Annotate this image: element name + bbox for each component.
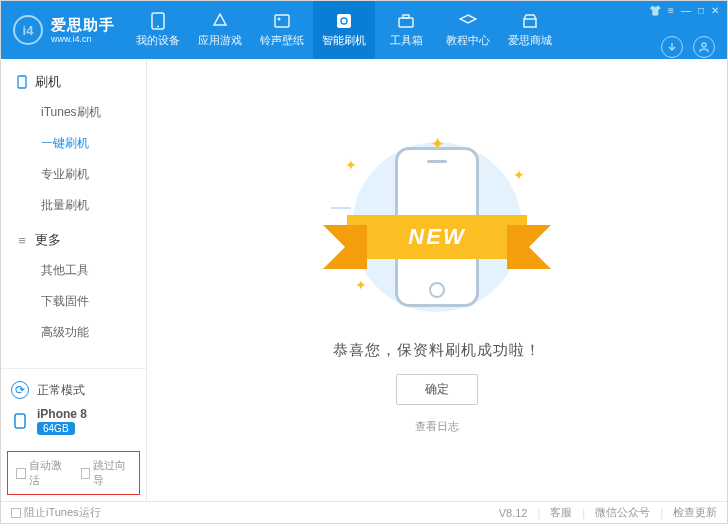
version-label: V8.12 bbox=[499, 507, 528, 519]
menu-icon[interactable]: ≡ bbox=[668, 5, 674, 16]
sidebar-section-flash[interactable]: 刷机 bbox=[1, 67, 146, 97]
more-icon: ≡ bbox=[15, 233, 29, 248]
star-icon: ✦ bbox=[345, 157, 357, 173]
skip-wizard-checkbox[interactable]: 跳过向导 bbox=[81, 458, 132, 488]
svg-rect-5 bbox=[399, 18, 413, 27]
storage-badge: 64GB bbox=[37, 422, 75, 435]
refresh-icon bbox=[335, 12, 353, 30]
phone-small-icon bbox=[11, 412, 29, 430]
device-name: iPhone 8 bbox=[37, 407, 87, 421]
phone-icon bbox=[15, 75, 29, 89]
sidebar: 刷机 iTunes刷机 一键刷机 专业刷机 批量刷机 ≡ 更多 其他工具 下载固… bbox=[1, 59, 147, 501]
nav-flash[interactable]: 智能刷机 bbox=[313, 1, 375, 59]
svg-rect-9 bbox=[18, 76, 26, 88]
support-link[interactable]: 客服 bbox=[550, 505, 572, 520]
sidebar-item-itunes-flash[interactable]: iTunes刷机 bbox=[1, 97, 146, 128]
nav-apps[interactable]: 应用游戏 bbox=[189, 1, 251, 59]
svg-point-3 bbox=[278, 18, 281, 21]
svg-rect-10 bbox=[15, 414, 25, 428]
nav-ringtones[interactable]: 铃声壁纸 bbox=[251, 1, 313, 59]
ok-button[interactable]: 确定 bbox=[396, 374, 478, 405]
svg-rect-7 bbox=[524, 19, 536, 27]
download-icon[interactable] bbox=[661, 36, 683, 58]
svg-rect-4 bbox=[337, 14, 351, 28]
sidebar-item-download-firmware[interactable]: 下载固件 bbox=[1, 286, 146, 317]
status-bar: 阻止iTunes运行 V8.12 | 客服 | 微信公众号 | 检查更新 bbox=[1, 501, 727, 523]
main-content: ✦ ✦ ✦ ✦ ✦ NEW 恭喜您，保资料刷机成功啦！ 确定 查看日志 bbox=[147, 59, 727, 501]
star-icon: ✦ bbox=[355, 277, 367, 293]
brand-logo-icon: i4 bbox=[13, 15, 43, 45]
shop-icon bbox=[521, 12, 539, 30]
brand: i4 爱思助手 www.i4.cn bbox=[1, 1, 127, 59]
view-log-link[interactable]: 查看日志 bbox=[415, 419, 459, 434]
block-itunes-checkbox[interactable]: 阻止iTunes运行 bbox=[11, 505, 101, 520]
top-nav: 我的设备 应用游戏 铃声壁纸 智能刷机 工具箱 教程中心 爱思商城 bbox=[127, 1, 641, 59]
nav-shop[interactable]: 爱思商城 bbox=[499, 1, 561, 59]
sidebar-item-pro-flash[interactable]: 专业刷机 bbox=[1, 159, 146, 190]
device-mode[interactable]: ⟳ 正常模式 bbox=[11, 377, 136, 403]
wechat-link[interactable]: 微信公众号 bbox=[595, 505, 650, 520]
svg-rect-2 bbox=[275, 15, 289, 27]
refresh-small-icon: ⟳ bbox=[11, 381, 29, 399]
toolbox-icon bbox=[397, 12, 415, 30]
sidebar-item-advanced[interactable]: 高级功能 bbox=[1, 317, 146, 348]
user-icon[interactable] bbox=[693, 36, 715, 58]
device-icon bbox=[149, 12, 167, 30]
graduation-icon bbox=[459, 12, 477, 30]
svg-rect-6 bbox=[403, 15, 409, 18]
nav-my-device[interactable]: 我的设备 bbox=[127, 1, 189, 59]
star-icon: ✦ bbox=[513, 167, 525, 183]
device-info[interactable]: iPhone 8 64GB bbox=[11, 403, 136, 439]
success-illustration: ✦ ✦ ✦ ✦ ✦ NEW bbox=[327, 127, 547, 327]
auto-activate-checkbox[interactable]: 自动激活 bbox=[16, 458, 67, 488]
svg-point-1 bbox=[157, 26, 159, 28]
sidebar-section-more[interactable]: ≡ 更多 bbox=[1, 225, 146, 255]
app-header: i4 爱思助手 www.i4.cn 我的设备 应用游戏 铃声壁纸 智能刷机 工具… bbox=[1, 1, 727, 59]
minimize-icon[interactable]: — bbox=[681, 5, 691, 16]
svg-point-8 bbox=[702, 43, 706, 47]
sidebar-item-batch-flash[interactable]: 批量刷机 bbox=[1, 190, 146, 221]
nav-toolbox[interactable]: 工具箱 bbox=[375, 1, 437, 59]
skin-icon[interactable]: 👕 bbox=[649, 5, 661, 16]
nav-tutorials[interactable]: 教程中心 bbox=[437, 1, 499, 59]
brand-title: 爱思助手 bbox=[51, 16, 115, 34]
maximize-icon[interactable]: □ bbox=[698, 5, 704, 16]
sidebar-item-onekey-flash[interactable]: 一键刷机 bbox=[1, 128, 146, 159]
close-icon[interactable]: ✕ bbox=[711, 5, 719, 16]
success-message: 恭喜您，保资料刷机成功啦！ bbox=[333, 341, 541, 360]
image-icon bbox=[273, 12, 291, 30]
new-ribbon: NEW bbox=[347, 215, 527, 259]
sidebar-item-other-tools[interactable]: 其他工具 bbox=[1, 255, 146, 286]
header-right: 👕 ≡ — □ ✕ bbox=[641, 1, 727, 59]
apps-icon bbox=[211, 12, 229, 30]
brand-subtitle: www.i4.cn bbox=[51, 34, 115, 45]
check-update-link[interactable]: 检查更新 bbox=[673, 505, 717, 520]
flash-options: 自动激活 跳过向导 bbox=[7, 451, 140, 495]
